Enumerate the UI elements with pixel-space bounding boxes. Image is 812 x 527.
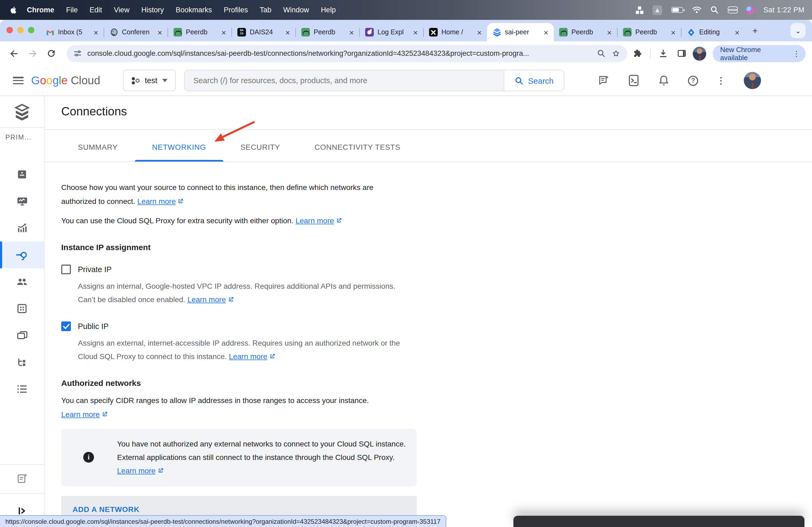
- tab-title: Peerdb: [571, 28, 602, 36]
- close-icon[interactable]: ×: [606, 28, 613, 36]
- dais-icon-text: IS: [240, 32, 243, 35]
- siri-icon[interactable]: [746, 6, 754, 14]
- menubar-clock[interactable]: Sat 1:22 PM: [764, 6, 804, 14]
- app-menu-icon[interactable]: [652, 5, 662, 15]
- tab-security[interactable]: SECURITY: [223, 143, 297, 162]
- menubar-item-window[interactable]: Window: [277, 6, 315, 14]
- menubar-item-view[interactable]: View: [108, 6, 135, 14]
- sidebar-item-overview[interactable]: [0, 161, 44, 188]
- url-text[interactable]: console.cloud.google.com/sql/instances/s…: [87, 49, 591, 57]
- wifi-icon[interactable]: [692, 6, 701, 13]
- gcp-account-avatar[interactable]: [744, 72, 761, 89]
- private-ip-checkbox[interactable]: [61, 265, 71, 274]
- browser-tab-dais24[interactable]: DAIS DAIS24 ×: [232, 23, 295, 41]
- sidebar-item-replicas[interactable]: [0, 349, 44, 376]
- browser-tab-log-explorer[interactable]: Log Expl ×: [360, 23, 423, 41]
- close-icon[interactable]: ×: [734, 28, 741, 36]
- close-window-button[interactable]: [6, 27, 13, 33]
- notifications-bell-icon[interactable]: [658, 75, 670, 86]
- browser-tab-editing[interactable]: Editing ×: [682, 23, 745, 41]
- tab-summary[interactable]: SUMMARY: [61, 143, 135, 162]
- browser-tab-inbox[interactable]: Inbox (5 ×: [40, 23, 104, 41]
- menubar-item-edit[interactable]: Edit: [84, 6, 108, 14]
- url-bar[interactable]: console.cloud.google.com/sql/instances/s…: [66, 45, 627, 62]
- tab-networking[interactable]: NETWORKING: [135, 143, 223, 162]
- menubar-item-file[interactable]: File: [60, 6, 84, 14]
- sidebar-item-operations[interactable]: [0, 376, 44, 403]
- minimize-window-button[interactable]: [17, 27, 24, 33]
- browser-tab-x-home[interactable]: Home / ×: [424, 23, 487, 41]
- bookmark-star-icon[interactable]: [611, 48, 621, 58]
- chrome-menu-icon[interactable]: ⋮: [791, 49, 802, 58]
- browser-tab-peerdb-4[interactable]: Peerdb ×: [618, 23, 681, 41]
- chrome-profile-avatar[interactable]: [693, 46, 706, 60]
- browser-tab-conference[interactable]: Conferen ×: [104, 23, 168, 41]
- public-ip-checkbox[interactable]: [61, 321, 71, 331]
- learn-more-link[interactable]: Learn more: [296, 216, 342, 225]
- site-settings-tune-icon[interactable]: [73, 49, 82, 58]
- window-controls: [6, 27, 34, 33]
- menubar-item-profiles[interactable]: Profiles: [218, 6, 254, 14]
- help-glyph: ?: [691, 77, 695, 84]
- sidebar-item-backups[interactable]: [0, 322, 44, 349]
- forward-button[interactable]: [25, 45, 40, 61]
- close-icon[interactable]: ×: [220, 28, 227, 36]
- sidebar-item-system-insights[interactable]: [0, 188, 44, 215]
- menubar-item-history[interactable]: History: [135, 6, 170, 14]
- navigation-menu-icon[interactable]: [13, 77, 24, 84]
- tab-connectivity-tests[interactable]: CONNECTIVITY TESTS: [297, 143, 418, 162]
- close-icon[interactable]: ×: [412, 28, 419, 36]
- tab-search-chevron-button[interactable]: ⌄: [791, 23, 806, 38]
- browser-tab-peerdb-2[interactable]: Peerdb ×: [296, 23, 359, 41]
- close-icon[interactable]: ×: [92, 28, 99, 36]
- google-cloud-logo[interactable]: Google Cloud: [31, 74, 100, 87]
- browser-tab-sai-peerdb-active[interactable]: sai-peer ×: [487, 23, 554, 41]
- menubar-item-tab[interactable]: Tab: [254, 6, 277, 14]
- battery-icon[interactable]: [671, 7, 683, 13]
- learn-more-link[interactable]: Learn more: [187, 295, 234, 304]
- close-icon[interactable]: ×: [542, 28, 549, 36]
- close-icon[interactable]: ×: [284, 28, 291, 36]
- chrome-update-button[interactable]: New Chrome available ⋮: [713, 45, 806, 62]
- reload-button[interactable]: [44, 45, 59, 61]
- menubar-item-help[interactable]: Help: [315, 6, 342, 14]
- close-icon[interactable]: ×: [348, 28, 355, 36]
- menubar-item-bookmarks[interactable]: Bookmarks: [170, 6, 218, 14]
- sidebar-item-databases[interactable]: [0, 295, 44, 322]
- control-center-icon[interactable]: [727, 6, 737, 13]
- browser-tab-peerdb-3[interactable]: Peerdb ×: [554, 23, 617, 41]
- spotlight-search-icon[interactable]: [710, 6, 718, 14]
- new-tab-button[interactable]: +: [752, 26, 758, 36]
- apple-menu-icon[interactable]: [10, 6, 18, 14]
- project-picker-button[interactable]: test: [123, 70, 176, 91]
- help-icon[interactable]: ?: [688, 75, 698, 86]
- sidebar-item-users[interactable]: [0, 268, 44, 295]
- public-ip-label: Public IP: [78, 319, 108, 333]
- learn-more-link[interactable]: Learn more: [117, 466, 163, 475]
- close-icon[interactable]: ×: [670, 28, 677, 36]
- back-button[interactable]: [6, 45, 22, 61]
- stats-menu-icon[interactable]: [636, 6, 643, 14]
- learn-more-link[interactable]: Learn more: [229, 352, 275, 361]
- more-options-icon[interactable]: ⋮: [716, 75, 726, 86]
- sidebar-item-release-notes[interactable]: [0, 465, 44, 492]
- browser-tab-peerdb-1[interactable]: Peerdb ×: [168, 23, 231, 41]
- close-icon[interactable]: ×: [156, 28, 163, 36]
- close-icon[interactable]: ×: [476, 28, 483, 36]
- sidebar-item-connections[interactable]: [0, 241, 44, 268]
- search-button[interactable]: Search: [504, 70, 564, 91]
- chrome-toolbar: console.cloud.google.com/sql/instances/s…: [0, 41, 812, 65]
- search-input[interactable]: [185, 70, 504, 91]
- side-panel-button[interactable]: [674, 45, 690, 61]
- postgresql-icon: [110, 28, 118, 36]
- downloads-button[interactable]: [656, 45, 671, 61]
- feedback-icon[interactable]: [598, 75, 610, 86]
- zoom-window-button[interactable]: [28, 27, 34, 33]
- learn-more-link[interactable]: Learn more: [137, 197, 184, 206]
- extensions-puzzle-icon[interactable]: [630, 45, 646, 61]
- zoom-icon[interactable]: [596, 49, 606, 58]
- menubar-item-chrome[interactable]: Chrome: [21, 6, 60, 14]
- learn-more-link[interactable]: Learn more: [61, 410, 108, 419]
- cloud-shell-icon[interactable]: [628, 75, 640, 86]
- sidebar-item-query-insights[interactable]: [0, 215, 44, 241]
